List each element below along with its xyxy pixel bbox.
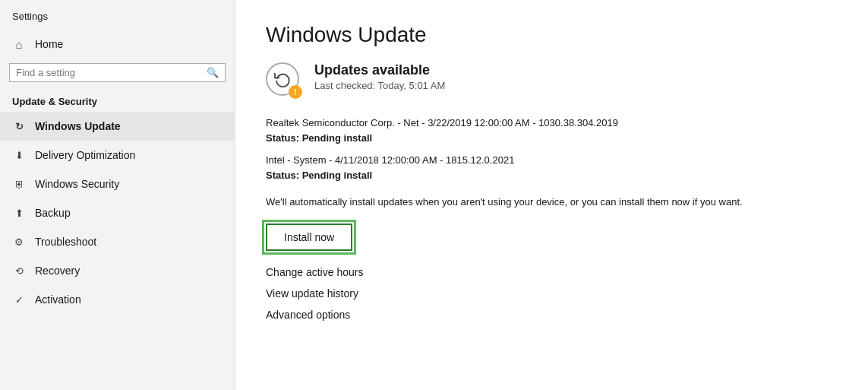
home-icon: ⌂	[12, 37, 26, 51]
security-icon	[12, 177, 26, 191]
page-title: Windows Update	[266, 23, 838, 47]
sidebar-item-label: Delivery Optimization	[35, 149, 135, 161]
status-value-1: Pending install	[302, 170, 372, 181]
sidebar-item-delivery-optimization[interactable]: Delivery Optimization	[0, 141, 235, 170]
status-label-0: Status:	[266, 132, 302, 144]
sidebar-item-troubleshoot[interactable]: Troubleshoot	[0, 227, 235, 256]
troubleshoot-icon	[12, 235, 26, 249]
delivery-icon	[12, 148, 26, 162]
status-value-0: Pending install	[302, 132, 372, 144]
update-entry-1: Intel - System - 4/11/2018 12:00:00 AM -…	[266, 153, 838, 182]
search-icon: 🔍	[207, 67, 219, 78]
auto-install-text: We'll automatically install updates when…	[266, 195, 838, 210]
update-status-1: Status: Pending install	[266, 168, 838, 183]
search-box[interactable]: 🔍	[9, 63, 226, 82]
sidebar-item-recovery[interactable]: Recovery	[0, 256, 235, 285]
update-list: Realtek Semiconductor Corp. - Net - 3/22…	[266, 116, 838, 182]
update-status-text: Updates available Last checked: Today, 5…	[314, 62, 445, 91]
sidebar-item-label: Troubleshoot	[35, 236, 96, 248]
sidebar-item-label: Windows Update	[35, 120, 121, 132]
main-content: Windows Update ! Updates available Last …	[235, 0, 868, 390]
sidebar-item-label: Windows Security	[35, 178, 119, 190]
last-checked: Last checked: Today, 5:01 AM	[314, 80, 445, 91]
install-now-button[interactable]: Install now	[266, 224, 352, 251]
update-description-0: Realtek Semiconductor Corp. - Net - 3/22…	[266, 116, 838, 131]
update-status-0: Status: Pending install	[266, 131, 838, 146]
sidebar-item-activation[interactable]: Activation	[0, 285, 235, 314]
sidebar-item-label: Recovery	[35, 265, 80, 277]
sidebar-item-windows-security[interactable]: Windows Security	[0, 170, 235, 198]
app-title: Settings	[0, 0, 235, 30]
sidebar-item-windows-update[interactable]: Windows Update	[0, 112, 235, 141]
home-label: Home	[35, 38, 63, 50]
update-description-1: Intel - System - 4/11/2018 12:00:00 AM -…	[266, 153, 838, 168]
refresh-svg-icon	[274, 71, 291, 87]
view-update-history-link[interactable]: View update history	[266, 287, 838, 300]
update-icon-box: !	[266, 62, 302, 99]
activation-icon	[12, 293, 26, 306]
sidebar-item-home[interactable]: ⌂ Home	[0, 30, 235, 59]
sidebar-item-label: Activation	[35, 293, 81, 306]
section-heading: Update & Security	[0, 90, 235, 112]
advanced-options-link[interactable]: Advanced options	[266, 309, 838, 321]
search-input[interactable]	[16, 67, 207, 78]
backup-icon	[12, 206, 26, 220]
sidebar-item-backup[interactable]: Backup	[0, 198, 235, 227]
update-status-row: ! Updates available Last checked: Today,…	[266, 62, 838, 99]
update-entry-0: Realtek Semiconductor Corp. - Net - 3/22…	[266, 116, 838, 145]
sidebar-item-label: Backup	[35, 207, 71, 219]
status-heading: Updates available	[314, 62, 445, 78]
sidebar: Settings ⌂ Home 🔍 Update & Security Wind…	[0, 0, 235, 390]
update-icon	[12, 119, 26, 133]
recovery-icon	[12, 264, 26, 277]
warning-badge: !	[289, 85, 302, 99]
change-active-hours-link[interactable]: Change active hours	[266, 266, 838, 278]
status-label-1: Status:	[266, 170, 302, 181]
